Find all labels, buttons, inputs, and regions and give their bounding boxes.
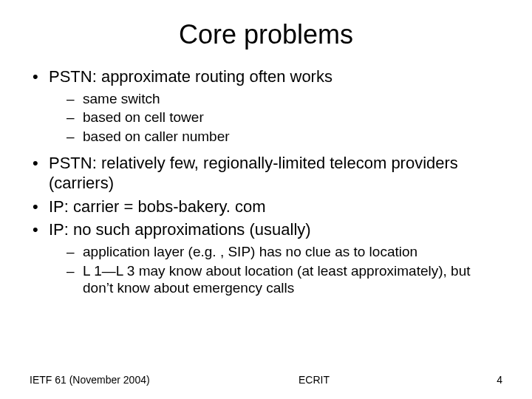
footer-center: ECRIT bbox=[155, 374, 473, 386]
bullet-list: PSTN: approximate routing often works sa… bbox=[30, 66, 502, 297]
bullet-item: IP: no such approximations (usually) app… bbox=[30, 219, 502, 297]
bullet-text: IP: carrier = bobs-bakery. com bbox=[49, 197, 266, 216]
bullet-item: IP: carrier = bobs-bakery. com bbox=[30, 197, 502, 217]
slide: Core problems PSTN: approximate routing … bbox=[0, 0, 532, 399]
footer: IETF 61 (November 2004) ECRIT 4 bbox=[30, 374, 502, 386]
slide-title: Core problems bbox=[30, 19, 502, 50]
bullet-item: PSTN: approximate routing often works sa… bbox=[30, 66, 502, 146]
sub-list: same switch based on cell tower based on… bbox=[49, 90, 502, 146]
bullet-text: PSTN: relatively few, regionally-limited… bbox=[49, 154, 458, 193]
footer-left: IETF 61 (November 2004) bbox=[30, 374, 155, 386]
sub-item: application layer (e.g. , SIP) has no cl… bbox=[49, 243, 502, 261]
sub-item: based on caller number bbox=[49, 128, 502, 146]
sub-list: application layer (e.g. , SIP) has no cl… bbox=[49, 243, 502, 297]
sub-item: based on cell tower bbox=[49, 109, 502, 126]
bullet-text: PSTN: approximate routing often works bbox=[49, 67, 332, 86]
footer-page-number: 4 bbox=[473, 374, 502, 386]
sub-item: same switch bbox=[49, 90, 502, 108]
bullet-item: PSTN: relatively few, regionally-limited… bbox=[30, 153, 502, 194]
sub-item: L 1—L 3 may know about location (at leas… bbox=[49, 262, 502, 298]
bullet-text: IP: no such approximations (usually) bbox=[49, 220, 311, 239]
